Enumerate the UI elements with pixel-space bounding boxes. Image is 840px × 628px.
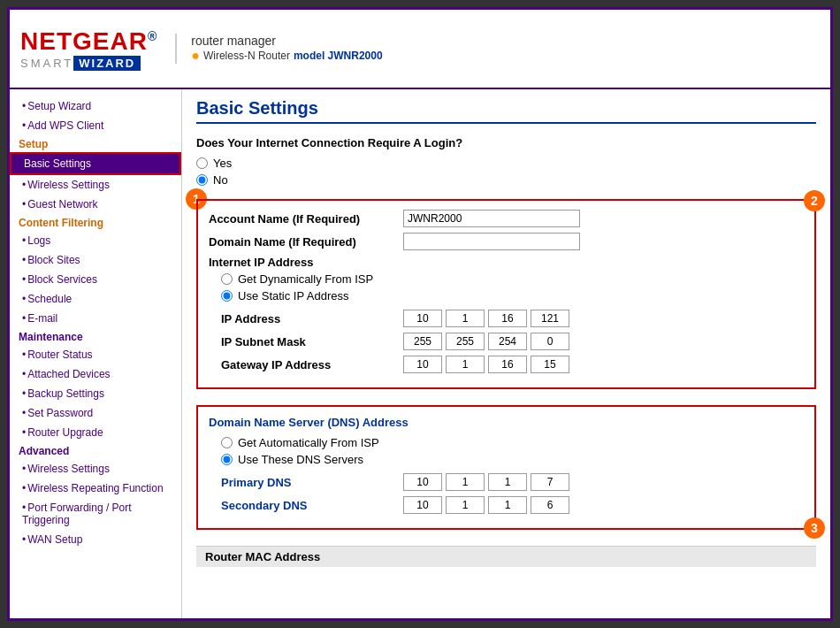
- account-name-input[interactable]: [403, 210, 580, 227]
- sidebar-item-add-wps[interactable]: •Add WPS Client: [10, 116, 181, 135]
- radio-get-dynamically: Get Dynamically From ISP: [209, 272, 804, 286]
- account-name-input-wrapper: [403, 210, 804, 227]
- domain-name-row: Domain Name (If Required): [209, 233, 804, 250]
- sidebar-item-attached-devices[interactable]: •Attached Devices: [10, 364, 181, 384]
- router-info: router manager ● Wireless-N Router model…: [175, 34, 382, 64]
- sidebar-section-maintenance: Maintenance: [10, 328, 181, 345]
- primary-dns-octet3[interactable]: [488, 473, 527, 491]
- domain-name-input-wrapper: [403, 233, 804, 250]
- content-area: Basic Settings Does Your Internet Connec…: [182, 89, 830, 618]
- sidebar-item-wireless-settings-2[interactable]: •Wireless Settings: [10, 459, 181, 479]
- secondary-dns-octet4[interactable]: [531, 496, 569, 514]
- gateway-ip-octet4[interactable]: [531, 356, 569, 373]
- sidebar-item-wireless-repeating[interactable]: •Wireless Repeating Function: [10, 479, 181, 498]
- sidebar-item-basic-settings[interactable]: Basic Settings: [10, 152, 181, 175]
- login-radio-group: Yes No: [196, 157, 816, 187]
- gateway-ip-row: Gateway IP Address: [209, 356, 804, 373]
- radio-dns-manual-label: Use These DNS Servers: [238, 453, 363, 466]
- sidebar: •Setup Wizard •Add WPS Client Setup Basi…: [10, 89, 182, 618]
- sidebar-section-content-filtering: Content Filtering: [10, 214, 181, 231]
- secondary-dns-inputs: [403, 496, 569, 514]
- router-manager-text: router manager: [191, 34, 382, 48]
- ip-address-octet2[interactable]: [446, 310, 485, 327]
- domain-name-label: Domain Name (If Required): [209, 235, 403, 249]
- gateway-ip-octet1[interactable]: [403, 356, 442, 373]
- ip-subnet-octet3[interactable]: [488, 333, 527, 350]
- sidebar-item-block-services[interactable]: •Block Services: [10, 270, 181, 289]
- primary-dns-row: Primary DNS: [209, 473, 804, 491]
- ip-address-octet3[interactable]: [488, 310, 527, 327]
- secondary-dns-octet3[interactable]: [488, 496, 527, 514]
- dns-title: Domain Name Server (DNS) Address: [209, 416, 804, 429]
- page-title: Basic Settings: [196, 98, 816, 124]
- sidebar-item-email[interactable]: •E-mail: [10, 309, 181, 328]
- login-question: Does Your Internet Connection Require A …: [196, 136, 816, 149]
- secondary-dns-octet2[interactable]: [446, 496, 485, 514]
- radio-no-input[interactable]: [196, 174, 208, 186]
- sidebar-item-schedule[interactable]: •Schedule: [10, 289, 181, 309]
- router-mac-bar: Router MAC Address: [196, 546, 816, 567]
- sidebar-item-wan-setup[interactable]: •WAN Setup: [10, 530, 181, 549]
- account-name-row: Account Name (If Required): [209, 210, 804, 227]
- primary-dns-octet1[interactable]: [403, 473, 442, 491]
- sidebar-item-logs[interactable]: •Logs: [10, 231, 181, 250]
- radio-static-ip: Use Static IP Address: [209, 289, 804, 303]
- primary-dns-label: Primary DNS: [209, 476, 403, 489]
- radio-get-auto: Get Automatically From ISP: [209, 436, 804, 449]
- ip-subnet-label: IP Subnet Mask: [209, 335, 403, 348]
- ip-address-row: IP Address: [209, 310, 804, 327]
- ip-address-octet4[interactable]: [531, 310, 569, 327]
- logo-area: NETGEAR® SMART WIZARD: [20, 27, 157, 71]
- ip-address-inputs: [403, 310, 569, 327]
- sidebar-item-setup-wizard[interactable]: •Setup Wizard: [10, 96, 181, 116]
- sidebar-item-wireless-settings-1[interactable]: •Wireless Settings: [10, 175, 181, 195]
- section3-wrapper: 3 Domain Name Server (DNS) Address Get A…: [196, 405, 816, 530]
- sidebar-item-router-upgrade[interactable]: •Router Upgrade: [10, 423, 181, 442]
- primary-dns-inputs: [403, 473, 569, 491]
- radio-dns-manual-input[interactable]: [221, 454, 233, 465]
- ip-subnet-row: IP Subnet Mask: [209, 333, 804, 350]
- ip-subnet-octet4[interactable]: [531, 333, 569, 350]
- radio-static-label: Use Static IP Address: [238, 289, 349, 303]
- sidebar-item-set-password[interactable]: •Set Password: [10, 403, 181, 423]
- radio-yes-label: Yes: [213, 157, 232, 170]
- secondary-dns-row: Secondary DNS: [209, 496, 804, 514]
- radio-static-input[interactable]: [221, 290, 233, 302]
- main-area: •Setup Wizard •Add WPS Client Setup Basi…: [10, 89, 830, 618]
- ip-subnet-inputs: [403, 333, 569, 350]
- ip-address-octet1[interactable]: [403, 310, 442, 327]
- secondary-dns-label: Secondary DNS: [209, 499, 403, 512]
- secondary-dns-octet1[interactable]: [403, 496, 442, 514]
- gateway-ip-octet3[interactable]: [488, 356, 527, 373]
- section2-box: 2 Account Name (If Required) Domain Name…: [196, 199, 816, 389]
- gateway-ip-octet2[interactable]: [446, 356, 485, 373]
- sidebar-item-port-forwarding[interactable]: •Port Forwarding / Port Triggering: [10, 498, 181, 530]
- sidebar-item-backup-settings[interactable]: •Backup Settings: [10, 384, 181, 403]
- primary-dns-octet4[interactable]: [531, 473, 569, 491]
- radio-use-these: Use These DNS Servers: [209, 453, 804, 466]
- gateway-ip-inputs: [403, 356, 569, 373]
- radio-dynamic-input[interactable]: [221, 273, 233, 285]
- section3-box: 3 Domain Name Server (DNS) Address Get A…: [196, 405, 816, 530]
- sidebar-item-router-status[interactable]: •Router Status: [10, 345, 181, 364]
- radio-yes-input[interactable]: [196, 157, 208, 169]
- radio-yes: Yes: [196, 157, 816, 170]
- sidebar-item-block-sites[interactable]: •Block Sites: [10, 250, 181, 270]
- smartwizard-logo: SMART WIZARD: [20, 56, 157, 71]
- sidebar-section-setup: Setup: [10, 135, 181, 152]
- radio-no-label: No: [213, 173, 228, 187]
- ip-subnet-octet2[interactable]: [446, 333, 485, 350]
- badge-2: 2: [804, 190, 825, 211]
- radio-dynamic-label: Get Dynamically From ISP: [238, 272, 373, 286]
- radio-dns-auto-input[interactable]: [221, 437, 233, 448]
- domain-name-input[interactable]: [403, 233, 580, 250]
- primary-dns-octet2[interactable]: [446, 473, 485, 491]
- radio-no: No: [196, 173, 816, 187]
- netgear-logo: NETGEAR®: [20, 27, 157, 56]
- gateway-ip-label: Gateway IP Address: [209, 358, 403, 371]
- sidebar-section-advanced: Advanced: [10, 442, 181, 459]
- account-name-label: Account Name (If Required): [209, 212, 403, 226]
- ip-subnet-octet1[interactable]: [403, 333, 442, 350]
- badge-3: 3: [804, 517, 825, 539]
- sidebar-item-guest-network[interactable]: •Guest Network: [10, 195, 181, 214]
